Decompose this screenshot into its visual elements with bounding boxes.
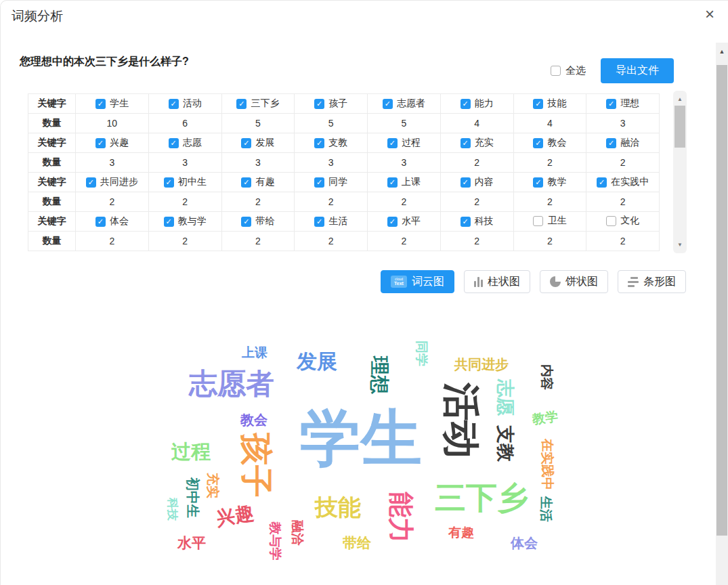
keyword-checkbox[interactable]: ✓ bbox=[314, 217, 324, 227]
tab-bar-chart[interactable]: 条形图 bbox=[618, 270, 686, 293]
keyword-cell: ✓过程 bbox=[368, 133, 441, 153]
keyword-table-body: 关键字✓学生✓活动✓三下乡✓孩子✓志愿者✓能力✓技能✓理想数量106555443… bbox=[28, 94, 660, 251]
cloud-word: 在实践中 bbox=[541, 439, 554, 490]
keyword-checkbox[interactable]: ✓ bbox=[86, 177, 96, 188]
keyword-cell-content: ✓水平 bbox=[387, 215, 421, 228]
keyword-label: 在实践中 bbox=[611, 176, 649, 188]
keyword-checkbox[interactable]: ✓ bbox=[314, 177, 324, 188]
keyword-checkbox[interactable]: ✓ bbox=[533, 177, 543, 188]
keyword-checkbox[interactable]: ✓ bbox=[597, 177, 607, 188]
keyword-checkbox[interactable]: ✓ bbox=[164, 177, 174, 188]
keyword-checkbox[interactable]: ✓ bbox=[387, 177, 398, 188]
keyword-cell: ✓志愿者 bbox=[368, 94, 441, 114]
count-cell: 4 bbox=[440, 114, 513, 133]
keyword-table: 关键字✓学生✓活动✓三下乡✓孩子✓志愿者✓能力✓技能✓理想数量106555443… bbox=[28, 93, 660, 251]
keyword-checkbox[interactable]: ✓ bbox=[606, 138, 616, 148]
export-file-button[interactable]: 导出文件 bbox=[601, 58, 674, 83]
keyword-checkbox[interactable]: ✓ bbox=[241, 177, 251, 188]
count-cell: 2 bbox=[513, 232, 586, 251]
keyword-cell-content: ✓技能 bbox=[533, 98, 566, 110]
select-all-checkbox[interactable]: 全选 bbox=[551, 64, 586, 77]
keyword-checkbox[interactable]: ✓ bbox=[95, 217, 106, 227]
wordcloud-icon-text: Text bbox=[394, 281, 404, 286]
keyword-checkbox[interactable]: ✓ bbox=[241, 138, 251, 148]
keyword-checkbox[interactable]: ✓ bbox=[314, 99, 324, 109]
scroll-up-icon[interactable]: ▲ bbox=[716, 48, 728, 55]
keyword-cell: ✓充实 bbox=[440, 133, 513, 153]
keyword-checkbox[interactable]: ✓ bbox=[383, 99, 393, 109]
keyword-checkbox[interactable]: ✓ bbox=[461, 217, 471, 227]
count-cell: 2 bbox=[586, 232, 660, 251]
count-row: 数量106555443 bbox=[28, 114, 660, 133]
close-icon[interactable]: × bbox=[701, 3, 719, 25]
chart-type-tabs: cloudText词云图柱状图饼状图条形图 bbox=[381, 270, 686, 293]
keyword-checkbox[interactable]: ✓ bbox=[461, 177, 471, 188]
scroll-down-icon[interactable]: ▼ bbox=[673, 242, 687, 248]
keyword-checkbox[interactable]: ✓ bbox=[533, 138, 543, 148]
keyword-cell: ✓能力 bbox=[440, 94, 513, 114]
table-scrollbar[interactable]: ▲ ▼ bbox=[673, 91, 687, 253]
keyword-cell-content: ✓志愿 bbox=[169, 137, 202, 149]
keyword-cell-content: ✓充实 bbox=[461, 137, 494, 149]
keyword-checkbox[interactable]: ✓ bbox=[314, 138, 324, 148]
tab-column-chart[interactable]: 柱状图 bbox=[464, 270, 530, 293]
count-row-header: 数量 bbox=[28, 232, 76, 251]
keyword-cell-content: ✓生活 bbox=[314, 215, 347, 228]
keyword-label: 教与学 bbox=[178, 215, 207, 228]
cloud-word: 有趣 bbox=[448, 526, 474, 539]
count-cell: 2 bbox=[586, 153, 660, 173]
cloud-word: 志愿 bbox=[496, 379, 514, 416]
keyword-label: 理想 bbox=[620, 98, 639, 110]
cloud-word: 学生 bbox=[300, 408, 422, 469]
keyword-checkbox[interactable]: ✓ bbox=[387, 217, 398, 227]
count-cell: 2 bbox=[586, 192, 660, 212]
count-cell: 2 bbox=[440, 232, 513, 251]
count-cell: 2 bbox=[148, 192, 221, 212]
keyword-checkbox[interactable]: ✓ bbox=[241, 217, 251, 227]
count-cell: 2 bbox=[368, 192, 441, 212]
keyword-checkbox[interactable]: ✓ bbox=[236, 99, 247, 109]
keyword-checkbox[interactable]: ✓ bbox=[95, 138, 106, 148]
count-cell: 5 bbox=[295, 114, 368, 133]
keyword-checkbox[interactable] bbox=[533, 216, 543, 226]
keyword-checkbox[interactable]: ✓ bbox=[387, 138, 398, 148]
keyword-cell: ✓技能 bbox=[513, 94, 586, 114]
cloud-word: 充实 bbox=[207, 473, 219, 498]
keyword-cell-content: ✓理想 bbox=[606, 98, 639, 110]
keyword-label: 内容 bbox=[475, 176, 494, 188]
keyword-cell-content: ✓科技 bbox=[461, 215, 494, 228]
table-scrollbar-thumb[interactable] bbox=[675, 106, 685, 148]
keyword-checkbox[interactable]: ✓ bbox=[533, 99, 543, 109]
keyword-row-header: 关键字 bbox=[28, 94, 76, 114]
cloud-word: 初中生 bbox=[186, 477, 200, 518]
keyword-cell: ✓初中生 bbox=[148, 173, 221, 192]
keyword-label: 志愿 bbox=[183, 137, 202, 149]
keyword-checkbox[interactable]: ✓ bbox=[606, 99, 616, 109]
main-scrollbar[interactable]: ▲ bbox=[716, 43, 728, 585]
keyword-label: 能力 bbox=[475, 98, 494, 110]
cloud-word: 水平 bbox=[177, 536, 206, 550]
keyword-checkbox[interactable]: ✓ bbox=[95, 99, 106, 109]
keyword-checkbox[interactable]: ✓ bbox=[461, 99, 471, 109]
count-cell: 2 bbox=[295, 192, 368, 212]
count-cell: 3 bbox=[221, 153, 295, 173]
keyword-checkbox[interactable]: ✓ bbox=[461, 138, 471, 148]
keyword-cell: ✓融洽 bbox=[586, 133, 660, 153]
main-scrollbar-thumb[interactable] bbox=[716, 65, 727, 536]
keyword-checkbox[interactable] bbox=[606, 216, 616, 226]
keyword-cell-content: ✓过程 bbox=[387, 137, 421, 149]
count-cell: 2 bbox=[221, 232, 295, 251]
cloud-word: 教学 bbox=[532, 410, 559, 426]
checkbox-icon[interactable] bbox=[551, 66, 561, 76]
keyword-row-header: 关键字 bbox=[28, 173, 76, 192]
tab-pie-chart[interactable]: 饼状图 bbox=[540, 270, 608, 293]
tab-wordcloud[interactable]: cloudText词云图 bbox=[381, 270, 454, 293]
count-cell: 3 bbox=[586, 114, 660, 133]
keyword-checkbox[interactable]: ✓ bbox=[164, 217, 174, 227]
scroll-up-icon[interactable]: ▲ bbox=[673, 96, 687, 102]
keyword-checkbox[interactable]: ✓ bbox=[169, 99, 179, 109]
keyword-checkbox[interactable]: ✓ bbox=[169, 138, 179, 148]
count-row: 数量22222222 bbox=[28, 192, 660, 212]
cloud-word: 过程 bbox=[171, 442, 211, 462]
keyword-cell-content: ✓发展 bbox=[241, 137, 274, 149]
